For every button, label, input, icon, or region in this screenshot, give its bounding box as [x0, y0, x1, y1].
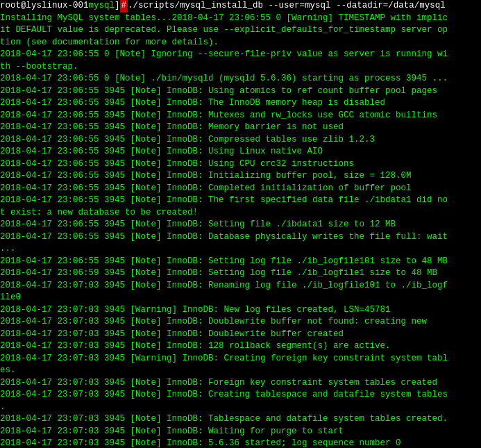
prompt-hash: #: [120, 0, 128, 13]
prompt-bracket-close: ]: [115, 0, 120, 13]
terminal-output-line: ile0: [0, 292, 481, 304]
terminal-output-line: 2018-04-17 23:06:55 3945 [Note] InnoDB: …: [0, 97, 481, 110]
terminal-output-line: 2018-04-17 23:06:59 3945 [Note] InnoDB: …: [0, 267, 481, 280]
terminal-output-line: 2018-04-17 23:06:55 3945 [Note] InnoDB: …: [0, 122, 481, 134]
terminal-output-line: 2018-04-17 23:06:55 3945 [Note] InnoDB: …: [0, 231, 481, 244]
terminal-output-line: it DEFAULT value is deprecated. Please u…: [0, 24, 481, 37]
terminal-output-line: 2018-04-17 23:06:55 3945 [Note] InnoDB: …: [0, 134, 481, 147]
terminal-output-line: .: [0, 401, 481, 414]
terminal-output-line: tion (see documentation for more details…: [0, 37, 481, 49]
terminal-output-line: 2018-04-17 23:06:55 3945 [Note] InnoDB: …: [0, 256, 481, 268]
terminal-output-line: 2018-04-17 23:06:55 0 [Note] Ignoring --…: [0, 49, 481, 61]
terminal-output-line: 2018-04-17 23:07:03 3945 [Warning] InnoD…: [0, 304, 481, 317]
terminal-output-line: 2018-04-17 23:07:03 3945 [Note] InnoDB: …: [0, 280, 481, 292]
terminal-output-line: 2018-04-17 23:06:55 3945 [Note] InnoDB: …: [0, 85, 481, 98]
terminal-output-line: Installing MySQL system tables...2018-04…: [0, 13, 481, 25]
terminal-output-line: 2018-04-17 23:06:55 0 [Note] ./bin/mysql…: [0, 73, 481, 85]
terminal-output-line: 2018-04-17 23:07:03 3945 [Note] InnoDB: …: [0, 316, 481, 329]
terminal-output-line: 2018-04-17 23:07:03 3945 [Note] InnoDB: …: [0, 413, 481, 426]
terminal-window: root@lyslinux-001 mysql ] # ./scripts/my…: [0, 0, 481, 448]
prompt-line[interactable]: root@lyslinux-001 mysql ] # ./scripts/my…: [0, 0, 481, 13]
terminal-output-line: t exist: a new database to be created!: [0, 207, 481, 219]
terminal-output-line: 2018-04-17 23:06:55 3945 [Note] InnoDB: …: [0, 158, 481, 171]
terminal-output: Installing MySQL system tables...2018-04…: [0, 13, 481, 449]
prompt-user: root@lyslinux-001: [0, 0, 89, 13]
terminal-output-line: 2018-04-17 23:06:55 3945 [Note] InnoDB: …: [0, 194, 481, 207]
terminal-output-line: th --bootstrap.: [0, 61, 481, 74]
terminal-output-line: 2018-04-17 23:07:03 3945 [Note] InnoDB: …: [0, 377, 481, 390]
terminal-output-line: 2018-04-17 23:07:03 3945 [Note] InnoDB: …: [0, 426, 481, 438]
prompt-context: mysql: [89, 0, 115, 13]
prompt-command[interactable]: ./scripts/mysql_install_db --user=mysql …: [128, 0, 446, 13]
terminal-output-line: 2018-04-17 23:06:55 3945 [Note] InnoDB: …: [0, 183, 481, 195]
terminal-output-line: 2018-04-17 23:07:03 3945 [Note] InnoDB: …: [0, 438, 481, 448]
terminal-output-line: 2018-04-17 23:06:55 3945 [Note] InnoDB: …: [0, 110, 481, 122]
terminal-output-line: es.: [0, 365, 481, 377]
terminal-output-line: 2018-04-17 23:06:55 3945 [Note] InnoDB: …: [0, 146, 481, 158]
terminal-output-line: 2018-04-17 23:07:03 3945 [Warning] InnoD…: [0, 353, 481, 365]
terminal-output-line: 2018-04-17 23:06:55 3945 [Note] InnoDB: …: [0, 219, 481, 231]
terminal-output-line: 2018-04-17 23:06:55 3945 [Note] InnoDB: …: [0, 170, 481, 183]
terminal-output-line: 2018-04-17 23:07:03 3945 [Note] InnoDB: …: [0, 340, 481, 353]
terminal-output-line: 2018-04-17 23:07:03 3945 [Note] InnoDB: …: [0, 329, 481, 341]
terminal-output-line: 2018-04-17 23:07:03 3945 [Note] InnoDB: …: [0, 389, 481, 401]
terminal-output-line: ...: [0, 243, 481, 256]
